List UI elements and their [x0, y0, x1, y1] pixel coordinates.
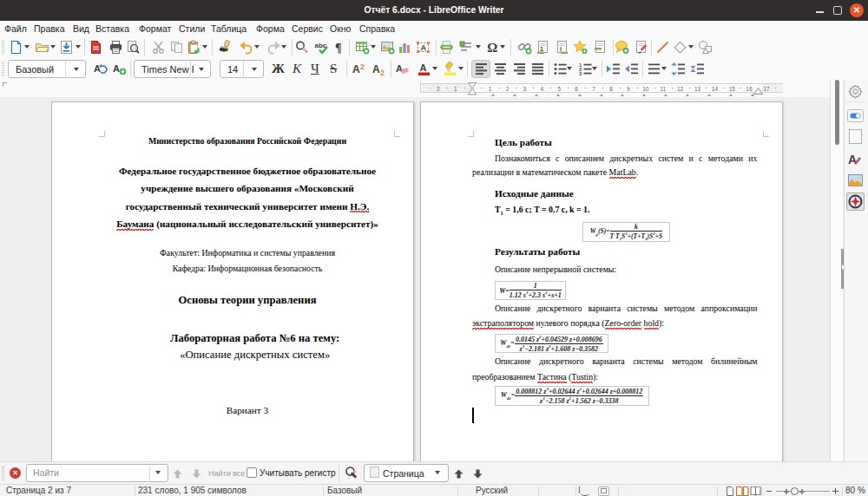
svg-text:3: 3 [579, 71, 582, 76]
svg-text:A: A [372, 63, 380, 75]
svg-text:A: A [352, 63, 360, 75]
svg-text:A: A [396, 63, 403, 74]
svg-text:A: A [420, 43, 426, 52]
svg-text:2: 2 [360, 62, 365, 71]
svg-text:¶: ¶ [335, 42, 342, 55]
svg-text:i: i [560, 46, 562, 52]
svg-text:A: A [94, 63, 101, 74]
svg-text:Ω: Ω [487, 41, 497, 55]
svg-text:1: 1 [540, 46, 543, 52]
svg-text:A: A [113, 63, 120, 74]
svg-text:A: A [419, 62, 426, 73]
svg-text:2: 2 [380, 69, 385, 76]
